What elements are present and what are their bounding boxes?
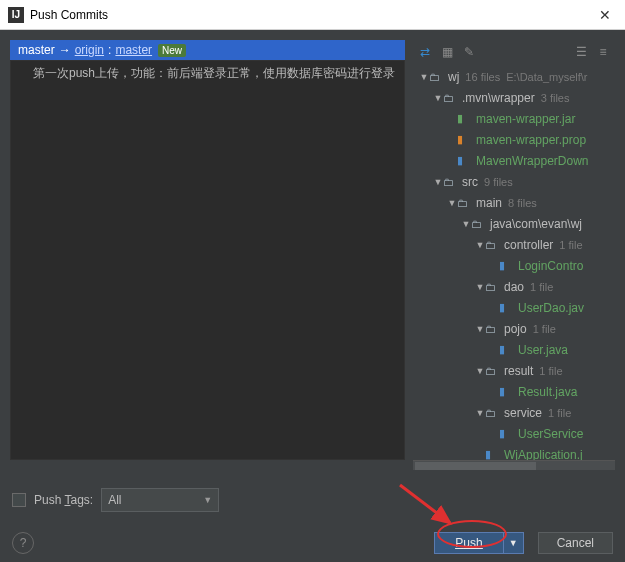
file-count: 1 file [548, 407, 571, 419]
file-icon: ▮ [499, 301, 515, 314]
folder-icon: 🗀 [443, 176, 459, 188]
file-count: 1 file [533, 323, 556, 335]
colon: : [108, 43, 111, 57]
tree-label: MavenWrapperDown [476, 154, 589, 168]
file-icon: ▮ [457, 154, 473, 167]
local-branch: master [18, 43, 55, 57]
tree-node[interactable]: ▼🗀result1 file [413, 360, 615, 381]
folder-icon: 🗀 [457, 197, 473, 209]
expand-arrow-icon[interactable]: ▼ [419, 72, 429, 82]
tree-label: UserService [518, 427, 583, 441]
expand-arrow-icon[interactable]: ▼ [461, 219, 471, 229]
tree-node[interactable]: ▮WjApplication.j [413, 444, 615, 460]
file-count: 1 file [530, 281, 553, 293]
edit-icon[interactable]: ✎ [461, 44, 477, 60]
tree-label: .mvn\wrapper [462, 91, 535, 105]
expand-arrow-icon[interactable]: ▼ [475, 366, 485, 376]
file-path: E:\Data_myself\r [506, 71, 587, 83]
file-icon: ▮ [499, 427, 515, 440]
file-count: 16 files [465, 71, 500, 83]
file-icon: ▮ [485, 448, 501, 460]
push-button-group: Push ▼ [434, 532, 523, 554]
file-count: 3 files [541, 92, 570, 104]
tree-label: LoginContro [518, 259, 583, 273]
tree-label: pojo [504, 322, 527, 336]
tree-label: java\com\evan\wj [490, 217, 582, 231]
tree-node[interactable]: ▼🗀dao1 file [413, 276, 615, 297]
file-tree[interactable]: ▼🗀wj16 filesE:\Data_myself\r▼🗀.mvn\wrapp… [413, 64, 615, 460]
tree-node[interactable]: ▮maven-wrapper.jar [413, 108, 615, 129]
tree-node[interactable]: ▼🗀.mvn\wrapper3 files [413, 87, 615, 108]
tree-label: wj [448, 70, 459, 84]
files-pane: ⇄ ▦ ✎ ☰ ≡ ▼🗀wj16 filesE:\Data_myself\r▼🗀… [413, 40, 615, 470]
folder-icon: 🗀 [443, 92, 459, 104]
buttons-row: ? Push ▼ Cancel [12, 532, 613, 554]
tree-node[interactable]: ▮UserService [413, 423, 615, 444]
dialog-body: master → origin : master New 第一次push上传，功… [0, 30, 625, 470]
group-icon[interactable]: ▦ [439, 44, 455, 60]
remote-branch[interactable]: master [115, 43, 152, 57]
push-dropdown-button[interactable]: ▼ [503, 533, 523, 553]
tree-node[interactable]: ▼🗀controller1 file [413, 234, 615, 255]
tree-label: UserDao.jav [518, 301, 584, 315]
tree-node[interactable]: ▼🗀main8 files [413, 192, 615, 213]
file-icon: ▮ [499, 259, 515, 272]
push-tags-label: Push Tags: [34, 493, 93, 507]
scrollbar-horizontal[interactable] [10, 460, 405, 470]
expand-arrow-icon[interactable]: ▼ [475, 282, 485, 292]
remote-name[interactable]: origin [75, 43, 104, 57]
titlebar: IJ Push Commits ✕ [0, 0, 625, 30]
expand-arrow-icon[interactable]: ▼ [475, 324, 485, 334]
tree-node[interactable]: ▼🗀wj16 filesE:\Data_myself\r [413, 66, 615, 87]
file-count: 1 file [559, 239, 582, 251]
commit-message[interactable]: 第一次push上传，功能：前后端登录正常，使用数据库密码进行登录 [19, 65, 396, 82]
expand-arrow-icon[interactable]: ▼ [433, 177, 443, 187]
push-button[interactable]: Push [435, 533, 502, 553]
commit-list[interactable]: 第一次push上传，功能：前后端登录正常，使用数据库密码进行登录 [10, 60, 405, 460]
tree-node[interactable]: ▼🗀src9 files [413, 171, 615, 192]
branch-bar[interactable]: master → origin : master New [10, 40, 405, 60]
diff-icon[interactable]: ⇄ [417, 44, 433, 60]
folder-icon: 🗀 [485, 323, 501, 335]
commits-pane: master → origin : master New 第一次push上传，功… [10, 40, 405, 470]
file-count: 9 files [484, 176, 513, 188]
push-tags-value: All [108, 493, 121, 507]
expand-arrow-icon[interactable]: ▼ [447, 198, 457, 208]
new-badge: New [158, 44, 186, 57]
expand-icon[interactable]: ☰ [573, 44, 589, 60]
file-icon: ▮ [457, 112, 473, 125]
tree-node[interactable]: ▼🗀service1 file [413, 402, 615, 423]
expand-arrow-icon[interactable]: ▼ [433, 93, 443, 103]
expand-arrow-icon[interactable]: ▼ [475, 408, 485, 418]
tree-node[interactable]: ▮UserDao.jav [413, 297, 615, 318]
close-icon[interactable]: ✕ [593, 7, 617, 23]
tree-node[interactable]: ▮MavenWrapperDown [413, 150, 615, 171]
push-tags-row: Push Tags: All ▼ [12, 488, 613, 512]
app-icon: IJ [8, 7, 24, 23]
tree-label: maven-wrapper.jar [476, 112, 575, 126]
tree-node[interactable]: ▮Result.java [413, 381, 615, 402]
tree-node[interactable]: ▼🗀java\com\evan\wj [413, 213, 615, 234]
tree-node[interactable]: ▮maven-wrapper.prop [413, 129, 615, 150]
tree-node[interactable]: ▮LoginContro [413, 255, 615, 276]
help-button[interactable]: ? [12, 532, 34, 554]
tree-label: dao [504, 280, 524, 294]
cancel-button[interactable]: Cancel [538, 532, 613, 554]
collapse-icon[interactable]: ≡ [595, 44, 611, 60]
tree-label: src [462, 175, 478, 189]
folder-icon: 🗀 [429, 71, 445, 83]
file-count: 1 file [539, 365, 562, 377]
file-icon: ▮ [457, 133, 473, 146]
scrollbar-thumb[interactable] [415, 462, 536, 470]
tree-label: service [504, 406, 542, 420]
push-tags-checkbox[interactable] [12, 493, 26, 507]
tree-node[interactable]: ▼🗀pojo1 file [413, 318, 615, 339]
expand-arrow-icon[interactable]: ▼ [475, 240, 485, 250]
chevron-down-icon: ▼ [203, 495, 212, 505]
push-tags-select[interactable]: All ▼ [101, 488, 219, 512]
file-count: 8 files [508, 197, 537, 209]
arrow-icon: → [59, 43, 71, 57]
files-toolbar: ⇄ ▦ ✎ ☰ ≡ [413, 40, 615, 64]
tree-node[interactable]: ▮User.java [413, 339, 615, 360]
scrollbar-horizontal[interactable] [413, 460, 615, 470]
